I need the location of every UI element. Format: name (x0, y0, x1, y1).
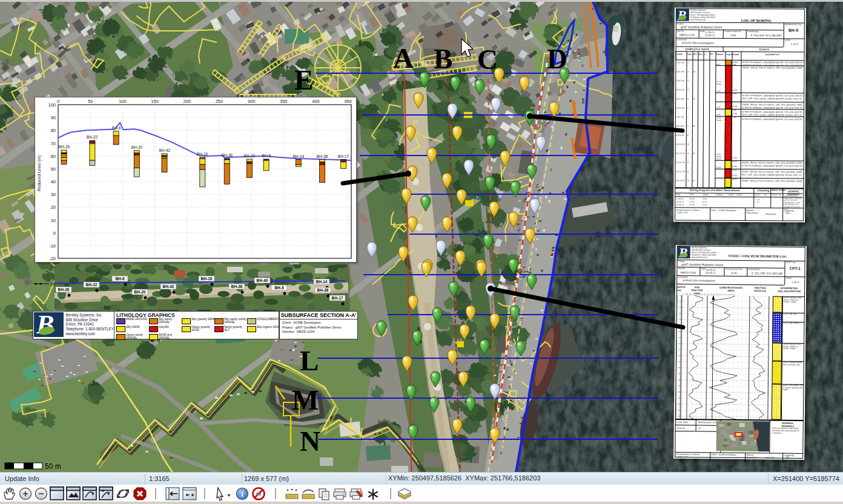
svg-text:i: i (241, 489, 243, 499)
svg-text:BH-42: BH-42 (159, 148, 171, 152)
svg-text:BH-14: BH-14 (316, 280, 328, 284)
svg-text:40: 40 (51, 179, 56, 185)
svg-text:70: 70 (51, 141, 56, 146)
svg-text:BH-38: BH-38 (317, 288, 329, 292)
svg-text:-10: -10 (49, 243, 56, 249)
svg-text:BH-20: BH-20 (131, 145, 143, 149)
svg-text:BH-5: BH-5 (274, 286, 284, 290)
svg-text:0: 0 (57, 99, 59, 104)
svg-text:16: 16 (50, 282, 55, 286)
svg-text:BH-42: BH-42 (163, 284, 174, 289)
svg-text:BH-26: BH-26 (58, 287, 70, 292)
svg-text:BH-26: BH-26 (59, 145, 70, 149)
svg-text:BH-40: BH-40 (244, 154, 256, 158)
svg-text:E: E (294, 64, 313, 96)
svg-text:BH-16: BH-16 (201, 277, 213, 281)
svg-text:D: D (547, 43, 567, 74)
svg-text:50: 50 (51, 166, 56, 172)
svg-text:BH-17: BH-17 (338, 154, 349, 159)
svg-text:BH-36: BH-36 (222, 153, 233, 157)
svg-text:A: A (393, 42, 414, 74)
svg-text:250: 250 (216, 99, 223, 104)
svg-text:20: 20 (51, 205, 56, 210)
svg-text:M: M (292, 384, 319, 416)
svg-text:BH-20: BH-20 (134, 290, 146, 294)
svg-text:BH-40: BH-40 (257, 278, 268, 283)
svg-text:100: 100 (119, 99, 127, 104)
svg-text:90: 90 (51, 115, 56, 120)
svg-text:350: 350 (280, 99, 288, 104)
svg-text:80: 80 (51, 128, 56, 133)
svg-text:BH-14: BH-14 (293, 154, 305, 159)
svg-text:B: B (434, 43, 452, 74)
svg-text:10: 10 (51, 218, 56, 223)
svg-text:400: 400 (312, 99, 320, 104)
svg-text:BH-6: BH-6 (112, 126, 121, 130)
svg-text:BH-17: BH-17 (332, 296, 343, 300)
svg-text:50: 50 (88, 99, 93, 104)
svg-text:30: 30 (51, 192, 56, 197)
svg-text:BH-36: BH-36 (231, 284, 243, 289)
svg-text:BH-6: BH-6 (115, 277, 125, 281)
svg-text:50 m: 50 m (45, 462, 61, 471)
svg-text:BH-5: BH-5 (262, 154, 271, 158)
svg-text:450: 450 (344, 99, 352, 104)
svg-text:L: L (300, 345, 319, 376)
svg-text:N: N (300, 425, 320, 457)
svg-text:0: 0 (53, 231, 56, 236)
svg-text:BH-38: BH-38 (317, 154, 328, 159)
svg-text:BH-16: BH-16 (197, 152, 208, 156)
svg-text:60: 60 (51, 154, 56, 159)
svg-text:C: C (477, 44, 498, 75)
svg-text:200: 200 (183, 99, 191, 104)
svg-text:BH-22: BH-22 (87, 135, 98, 139)
svg-text:300: 300 (248, 99, 256, 104)
svg-text:BH-22: BH-22 (86, 283, 98, 287)
svg-text:-20: -20 (49, 256, 56, 261)
svg-text:Reduced Level (m): Reduced Level (m) (37, 155, 42, 191)
svg-text:150: 150 (151, 99, 159, 104)
svg-text:100: 100 (48, 102, 56, 108)
